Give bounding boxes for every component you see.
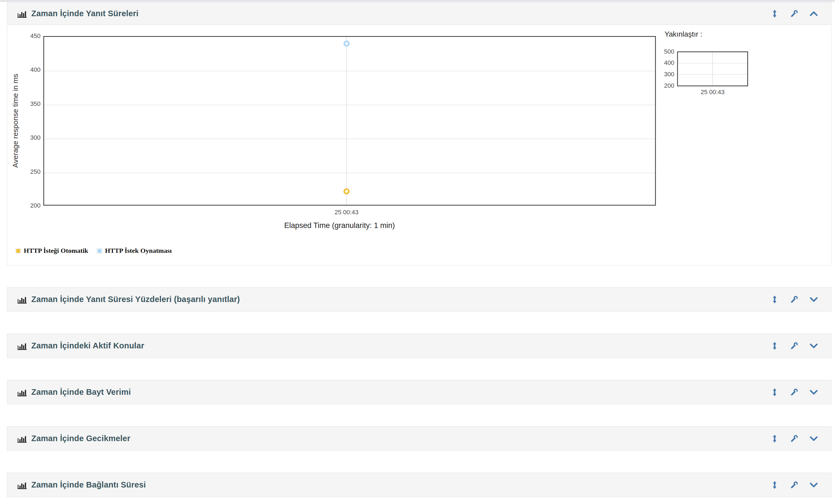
chevron-down-icon[interactable] xyxy=(810,388,818,396)
settings-wrench-icon[interactable] xyxy=(790,296,798,303)
mini-y-tick: 500 xyxy=(641,48,674,55)
legend-swatch-0 xyxy=(15,248,21,254)
legend-label: HTTP İsteği Otomatik xyxy=(24,247,88,254)
y-tick: 450 xyxy=(7,33,41,40)
resize-arrows-icon[interactable] xyxy=(771,10,778,18)
legend-swatch-1 xyxy=(97,248,102,254)
gridline xyxy=(44,105,655,105)
panel-title: Zaman İçinde Gecikmeler xyxy=(31,434,130,443)
bar-chart-icon xyxy=(17,435,27,443)
data-point-1 xyxy=(343,41,350,47)
settings-wrench-icon[interactable] xyxy=(790,481,798,489)
gridline xyxy=(44,139,655,139)
panel-header-latencies[interactable]: Zaman İçinde Gecikmeler xyxy=(7,427,831,450)
panel-connect-time: Zaman İçinde Bağlantı Süresi xyxy=(7,473,831,497)
y-tick: 250 xyxy=(7,168,41,175)
bar-chart-icon xyxy=(17,481,27,489)
resize-arrows-icon[interactable] xyxy=(771,481,778,489)
zoom-overview-label: Yakınlaştır : xyxy=(665,30,702,39)
panel-response-times-over-time: Zaman İçinde Yanıt Süreleri Average resp… xyxy=(7,2,831,266)
panel-response-time-percentiles: Zaman İçinde Yanıt Süresi Yüzdeleri (baş… xyxy=(7,287,831,312)
data-point-0 xyxy=(343,188,350,194)
chart-body: Average response time in ms 450 400 350 … xyxy=(7,25,831,265)
resize-arrows-icon[interactable] xyxy=(771,435,778,443)
x-axis-title: Elapsed Time (granularity: 1 min) xyxy=(284,221,395,230)
y-tick: 300 xyxy=(7,134,41,141)
bar-chart-icon xyxy=(17,342,27,350)
chevron-down-icon[interactable] xyxy=(810,481,818,489)
panel-title: Zaman İçinde Bayt Verimi xyxy=(31,387,131,397)
mini-x-tick: 25 00:43 xyxy=(700,88,725,96)
zoom-overview-plot[interactable] xyxy=(677,51,748,86)
panel-header-bytes-throughput[interactable]: Zaman İçinde Bayt Verimi xyxy=(7,380,831,404)
panel-header-connect-time[interactable]: Zaman İçinde Bağlantı Süresi xyxy=(7,473,831,497)
mini-y-tick: 300 xyxy=(641,71,674,78)
panel-latencies: Zaman İçinde Gecikmeler xyxy=(7,426,831,450)
panel-header-active-threads[interactable]: Zaman İçindeki Aktif Konular xyxy=(7,334,831,358)
panel-active-threads: Zaman İçindeki Aktif Konular xyxy=(7,334,831,358)
settings-wrench-icon[interactable] xyxy=(790,10,798,18)
gridline xyxy=(44,173,655,173)
panel-title: Zaman İçindeki Aktif Konular xyxy=(31,341,144,350)
legend-item-0[interactable]: HTTP İsteği Otomatik xyxy=(15,247,88,254)
report-page: Zaman İçinde Yanıt Süreleri Average resp… xyxy=(0,0,835,504)
panel-header-percentiles[interactable]: Zaman İçinde Yanıt Süresi Yüzdeleri (baş… xyxy=(7,288,831,311)
chevron-down-icon[interactable] xyxy=(810,296,818,303)
y-axis-title: Average response time in ms xyxy=(11,74,20,168)
bar-chart-icon xyxy=(17,388,27,396)
resize-arrows-icon[interactable] xyxy=(771,296,778,303)
chevron-down-icon[interactable] xyxy=(810,342,818,350)
gridline xyxy=(44,71,655,71)
gridline xyxy=(346,37,347,205)
panel-header-response-times[interactable]: Zaman İçinde Yanıt Süreleri xyxy=(7,2,831,25)
mini-y-tick: 200 xyxy=(641,82,674,89)
bar-chart-icon xyxy=(17,9,27,18)
settings-wrench-icon[interactable] xyxy=(790,388,798,396)
legend-item-1[interactable]: HTTP İstek Oynatması xyxy=(97,247,172,254)
main-plot-area[interactable] xyxy=(43,36,656,206)
legend-label: HTTP İstek Oynatması xyxy=(105,247,172,254)
x-tick: 25 00:43 xyxy=(334,209,359,216)
panel-bytes-throughput: Zaman İçinde Bayt Verimi xyxy=(7,380,831,404)
y-tick: 200 xyxy=(7,202,41,209)
settings-wrench-icon[interactable] xyxy=(790,435,798,443)
gridline xyxy=(712,52,713,85)
top-divider xyxy=(0,0,835,2)
panel-title: Zaman İçinde Yanıt Süresi Yüzdeleri (baş… xyxy=(31,295,240,304)
mini-y-tick: 400 xyxy=(641,60,674,66)
resize-arrows-icon[interactable] xyxy=(771,342,778,350)
settings-wrench-icon[interactable] xyxy=(790,342,798,350)
chevron-up-icon[interactable] xyxy=(810,10,818,18)
y-tick: 350 xyxy=(7,100,41,108)
resize-arrows-icon[interactable] xyxy=(771,388,778,396)
panel-title: Zaman İçinde Yanıt Süreleri xyxy=(31,9,139,18)
bar-chart-icon xyxy=(17,295,27,304)
chart-legend: HTTP İsteği Otomatik HTTP İstek Oynatmas… xyxy=(15,247,171,254)
y-tick: 400 xyxy=(7,66,41,74)
chevron-down-icon[interactable] xyxy=(810,435,818,443)
panel-title: Zaman İçinde Bağlantı Süresi xyxy=(31,480,146,489)
